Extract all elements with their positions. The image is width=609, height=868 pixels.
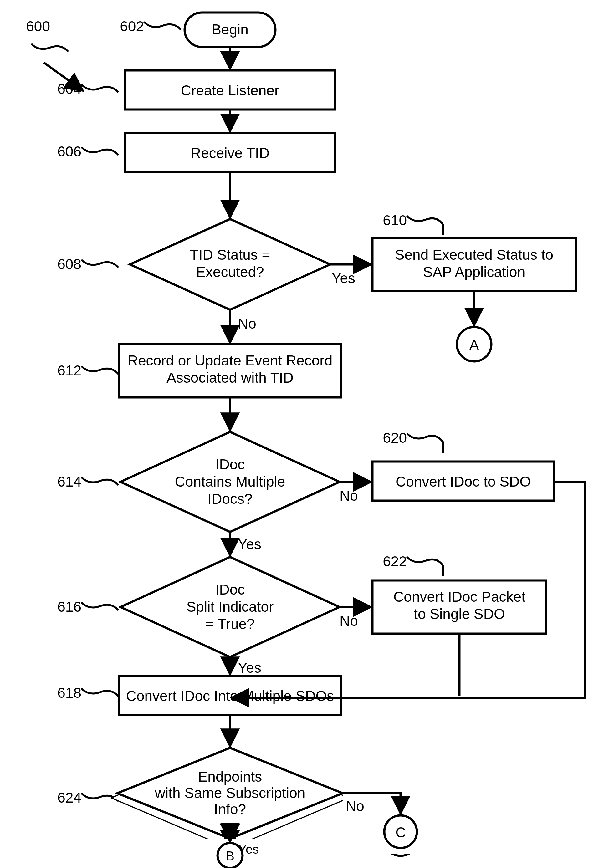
ref-606: 606 xyxy=(57,143,81,160)
idoc-mult-l2: Contains Multiple xyxy=(175,473,285,490)
convert-multi-label: Convert IDoc Into Multiple SDOs xyxy=(126,688,334,704)
send-exec-l2: SAP Application xyxy=(423,264,525,280)
begin-label: Begin xyxy=(212,21,248,37)
idoc-split-l1: IDoc xyxy=(215,581,245,598)
ref-602: 602 xyxy=(120,18,144,34)
squiggle-icon xyxy=(407,557,443,577)
ref-604: 604 xyxy=(57,81,81,97)
ref-608: 608 xyxy=(57,256,81,272)
squiggle-icon xyxy=(31,44,68,52)
idoc-split-l2: Split Indicator xyxy=(186,598,274,615)
ref-614: 614 xyxy=(57,473,81,490)
squiggle-icon xyxy=(81,602,118,610)
squiggle-icon xyxy=(81,260,118,268)
idoc-split-l3: = True? xyxy=(205,616,254,632)
connector-c-label: C xyxy=(395,831,406,847)
receive-tid-label: Receive TID xyxy=(191,145,270,161)
idoc-mult-l1: IDoc xyxy=(215,456,245,473)
squiggle-icon xyxy=(81,84,118,92)
ref-620: 620 xyxy=(383,429,407,446)
edge-yes: Yes xyxy=(332,270,355,286)
endpoints-l1: Endpoints xyxy=(198,772,262,789)
squiggle-icon xyxy=(407,216,443,235)
edge-yes: Yes xyxy=(238,536,261,552)
edge-no: No xyxy=(339,613,358,629)
ref-624: 624 xyxy=(57,789,81,806)
squiggle-icon xyxy=(407,433,443,453)
idoc-mult-l3: IDocs? xyxy=(208,491,252,507)
tid-status-l2: Executed? xyxy=(196,264,264,280)
record-l1: Record or Update Event Record xyxy=(128,352,333,369)
ref-612: 612 xyxy=(57,362,81,378)
connector-a-label: A xyxy=(470,337,479,353)
create-listener-label: Create Listener xyxy=(181,82,279,99)
flowchart-diagram: 600 602 Begin 604 Create Listener 606 Re… xyxy=(0,0,609,868)
edge-no: No xyxy=(238,315,256,332)
endpoints-l2: with Same Subscription xyxy=(155,789,305,806)
ref-618: 618 xyxy=(57,685,81,701)
record-l2: Associated with TID xyxy=(166,369,294,386)
ref-616: 616 xyxy=(57,598,81,615)
edge-yes: Yes xyxy=(238,660,261,676)
ref-610: 610 xyxy=(383,212,407,228)
squiggle-icon xyxy=(81,688,118,696)
edge-yes: Yes xyxy=(238,847,261,863)
squiggle-icon xyxy=(144,22,181,30)
squiggle-icon xyxy=(81,366,118,374)
send-exec-l1: Send Executed Status to xyxy=(395,246,553,263)
squiggle-icon xyxy=(81,147,118,155)
convert-sdo-label: Convert IDoc to SDO xyxy=(395,473,531,490)
edge-no: No xyxy=(339,488,358,504)
squiggle-icon xyxy=(81,477,118,485)
ref-600: 600 xyxy=(26,18,50,34)
endpoints-l3: Info? xyxy=(214,807,246,823)
convert-packet-l2: to Single SDO xyxy=(414,606,505,622)
edge-no: No xyxy=(350,803,369,820)
convert-packet-l1: Convert IDoc Packet xyxy=(394,589,525,605)
tid-status-l1: TID Status = xyxy=(190,246,270,263)
ref-622: 622 xyxy=(383,553,407,569)
